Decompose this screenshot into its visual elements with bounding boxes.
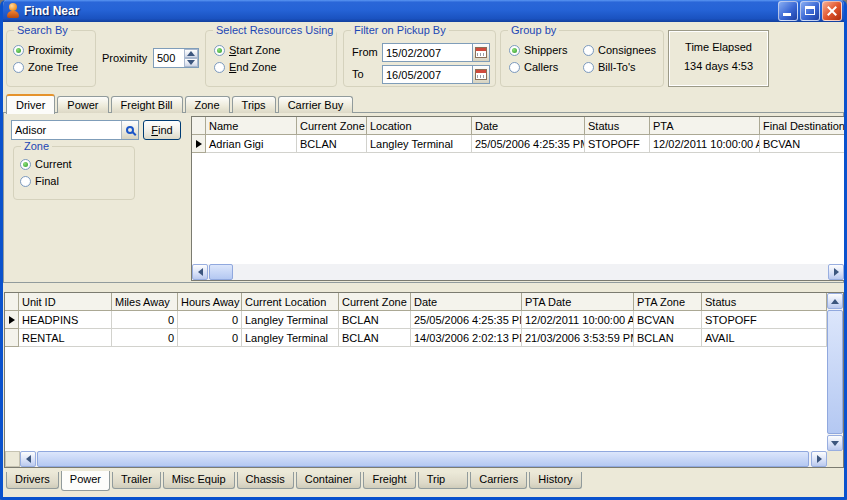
radio-consignees[interactable]: Consignees: [583, 43, 656, 57]
scroll-left-button[interactable]: [20, 451, 36, 467]
scrollbar-thumb[interactable]: [827, 310, 843, 434]
radio-zone-current[interactable]: Current: [20, 157, 72, 171]
scrollbar-thumb[interactable]: [209, 264, 233, 280]
tab-power[interactable]: Power: [57, 96, 108, 113]
grid-cell[interactable]: 0: [112, 311, 178, 329]
bottom-tab-trailer[interactable]: Trailer: [112, 472, 161, 489]
driver-search-input[interactable]: [12, 121, 121, 139]
col-header-pta-date[interactable]: PTA Date: [522, 293, 634, 311]
power-grid-vertical-scrollbar[interactable]: [827, 293, 843, 451]
grid-cell[interactable]: BCVAN: [760, 135, 844, 153]
grid-cell[interactable]: BCLAN: [339, 329, 411, 347]
radio-proximity[interactable]: Proximity: [13, 43, 73, 57]
bottom-tab-misc-equip[interactable]: Misc Equip: [163, 472, 235, 489]
grid-cell[interactable]: 12/02/2011 10:00:00 AM: [650, 135, 760, 153]
radio-end-zone[interactable]: End Zone: [214, 60, 277, 74]
minimize-button[interactable]: [778, 1, 798, 21]
grid-cell[interactable]: BCLAN: [634, 329, 702, 347]
grid-cell[interactable]: 25/05/2006 4:25:35 PM: [411, 311, 522, 329]
titlebar[interactable]: Find Near: [0, 0, 847, 22]
col-header-date[interactable]: Date: [411, 293, 522, 311]
radio-bill-tos[interactable]: Bill-To's: [583, 60, 636, 74]
find-button[interactable]: Find: [143, 120, 181, 140]
spin-down-button[interactable]: [184, 58, 198, 67]
col-header-miles-away[interactable]: Miles Away: [112, 293, 178, 311]
maximize-button[interactable]: [800, 1, 820, 21]
tab-zone[interactable]: Zone: [185, 96, 230, 113]
lookup-button[interactable]: [121, 121, 138, 139]
tab-carrier-buy[interactable]: Carrier Buy: [278, 96, 354, 113]
col-header-status[interactable]: Status: [702, 293, 827, 311]
grid-cell[interactable]: 12/02/2011 10:00:00 AM: [522, 311, 634, 329]
marker-header: [192, 117, 206, 135]
radio-start-zone[interactable]: Start Zone: [214, 43, 280, 57]
from-date-input[interactable]: [382, 43, 472, 62]
from-calendar-button[interactable]: [472, 43, 490, 62]
scroll-down-button[interactable]: [827, 435, 843, 451]
grid-cell[interactable]: AVAIL: [702, 329, 827, 347]
col-header-pta[interactable]: PTA: [650, 117, 760, 135]
grid-cell[interactable]: 0: [112, 329, 178, 347]
driver-grid-horizontal-scrollbar[interactable]: [192, 264, 844, 280]
table-row[interactable]: Adrian Gigi BCLAN Langley Terminal 25/05…: [192, 135, 844, 153]
radio-shippers[interactable]: Shippers: [509, 43, 567, 57]
col-header-status[interactable]: Status: [585, 117, 650, 135]
col-header-location[interactable]: Location: [367, 117, 472, 135]
grid-cell[interactable]: 25/05/2006 4:25:35 PM: [472, 135, 585, 153]
grid-cell[interactable]: 21/03/2006 3:53:59 PM: [522, 329, 634, 347]
grid-cell[interactable]: Langley Terminal: [367, 135, 472, 153]
tab-trips[interactable]: Trips: [232, 96, 276, 113]
grid-cell[interactable]: HEADPINS: [19, 311, 112, 329]
bottom-tab-carriers[interactable]: Carriers: [470, 472, 527, 489]
scroll-up-button[interactable]: [827, 293, 843, 309]
scroll-right-button[interactable]: [828, 264, 844, 280]
bottom-tab-freight[interactable]: Freight: [363, 472, 415, 489]
scroll-right-button[interactable]: [811, 451, 827, 467]
scroll-left-button[interactable]: [192, 264, 208, 280]
bottom-tab-trip[interactable]: Trip: [418, 472, 469, 489]
grid-cell[interactable]: STOPOFF: [585, 135, 650, 153]
col-header-current-zone[interactable]: Current Zone: [297, 117, 367, 135]
bottom-tab-history[interactable]: History: [529, 472, 581, 489]
from-label: From: [352, 46, 378, 58]
find-near-window: Find Near Search By Proximity Zone Tree …: [0, 0, 847, 500]
radio-callers[interactable]: Callers: [509, 60, 558, 74]
bottom-tab-power[interactable]: Power: [61, 471, 110, 491]
spin-up-button[interactable]: [184, 49, 198, 58]
bottom-tab-drivers[interactable]: Drivers: [6, 472, 59, 489]
col-header-unit-id[interactable]: Unit ID: [19, 293, 112, 311]
radio-icon: [583, 62, 594, 73]
tab-driver[interactable]: Driver: [6, 94, 55, 114]
bottom-tab-chassis[interactable]: Chassis: [237, 472, 294, 489]
col-header-current-location[interactable]: Current Location: [242, 293, 339, 311]
grid-cell[interactable]: Langley Terminal: [242, 329, 339, 347]
grid-cell[interactable]: RENTAL: [19, 329, 112, 347]
close-button[interactable]: [822, 1, 842, 21]
grid-cell[interactable]: 0: [178, 329, 242, 347]
table-row[interactable]: RENTAL 0 0 Langley Terminal BCLAN 14/03/…: [5, 329, 827, 347]
power-grid-horizontal-scrollbar[interactable]: [5, 451, 827, 467]
tab-freight-bill[interactable]: Freight Bill: [111, 96, 183, 113]
grid-cell[interactable]: BCLAN: [297, 135, 367, 153]
col-header-pta-zone[interactable]: PTA Zone: [634, 293, 702, 311]
grid-cell[interactable]: Adrian Gigi: [206, 135, 297, 153]
grid-cell[interactable]: BCVAN: [634, 311, 702, 329]
to-calendar-button[interactable]: [472, 65, 490, 84]
radio-zone-tree[interactable]: Zone Tree: [13, 60, 78, 74]
scrollbar-thumb[interactable]: [37, 451, 809, 467]
col-header-final-destination[interactable]: Final Destination: [760, 117, 844, 135]
col-header-current-zone[interactable]: Current Zone: [339, 293, 411, 311]
col-header-hours-away[interactable]: Hours Away: [178, 293, 242, 311]
to-date-input[interactable]: [382, 65, 472, 84]
grid-cell[interactable]: BCLAN: [339, 311, 411, 329]
proximity-input[interactable]: [154, 49, 184, 67]
table-row[interactable]: HEADPINS 0 0 Langley Terminal BCLAN 25/0…: [5, 311, 827, 329]
grid-cell[interactable]: 0: [178, 311, 242, 329]
bottom-tab-container[interactable]: Container: [296, 472, 362, 489]
grid-cell[interactable]: STOPOFF: [702, 311, 827, 329]
radio-zone-final[interactable]: Final: [20, 174, 59, 188]
grid-cell[interactable]: 14/03/2006 2:02:13 PM: [411, 329, 522, 347]
col-header-name[interactable]: Name: [206, 117, 297, 135]
grid-cell[interactable]: Langley Terminal: [242, 311, 339, 329]
col-header-date[interactable]: Date: [472, 117, 585, 135]
